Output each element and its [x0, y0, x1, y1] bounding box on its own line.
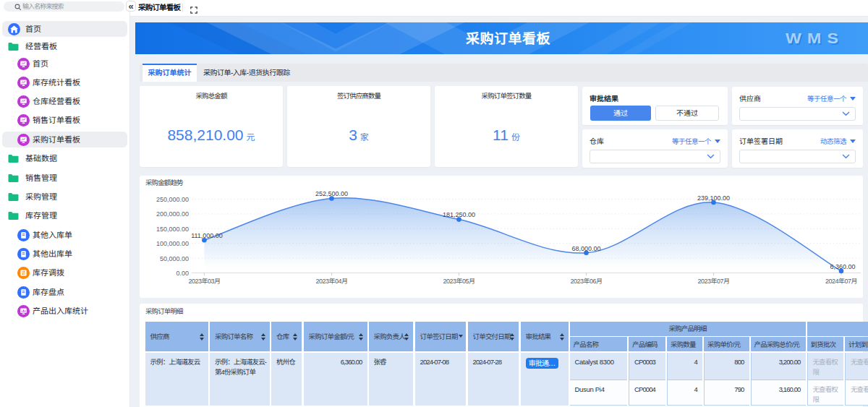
- svg-text:50,000.00: 50,000.00: [160, 255, 189, 262]
- svg-text:2023年06月: 2023年06月: [570, 278, 602, 285]
- svg-text:2024年07月: 2024年07月: [825, 278, 857, 285]
- svg-text:68,000.00: 68,000.00: [571, 245, 600, 252]
- svg-text:0.00: 0.00: [176, 270, 189, 277]
- svg-text:111,000.00: 111,000.00: [191, 232, 223, 239]
- svg-text:252,500.00: 252,500.00: [315, 190, 348, 197]
- svg-text:200,000.00: 200,000.00: [156, 210, 189, 218]
- svg-text:2023年07月: 2023年07月: [697, 278, 729, 285]
- svg-text:181,250.00: 181,250.00: [443, 211, 475, 218]
- svg-text:100,000.00: 100,000.00: [156, 240, 189, 247]
- svg-text:2023年03月: 2023年03月: [188, 278, 220, 285]
- svg-text:150,000.00: 150,000.00: [156, 226, 189, 233]
- svg-text:250,000.00: 250,000.00: [156, 196, 189, 203]
- svg-text:2023年04月: 2023年04月: [315, 278, 347, 285]
- svg-text:239,100.00: 239,100.00: [697, 194, 730, 202]
- svg-text:6,360.00: 6,360.00: [830, 263, 855, 270]
- svg-text:2023年05月: 2023年05月: [443, 278, 475, 285]
